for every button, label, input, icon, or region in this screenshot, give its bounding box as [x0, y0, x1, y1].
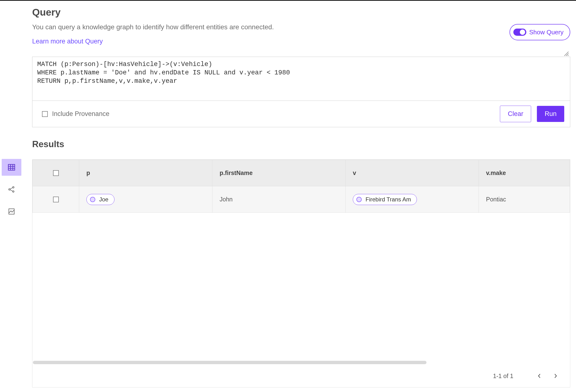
select-all-header [33, 160, 79, 186]
entity-chip-label: Joe [99, 196, 109, 203]
query-input[interactable] [32, 57, 570, 100]
page-title: Query [32, 7, 570, 18]
pagination-bar: 1-1 of 1 [32, 365, 570, 387]
include-provenance-checkbox[interactable] [42, 111, 48, 117]
row-select-cell [33, 186, 79, 213]
chevron-left-icon [537, 374, 542, 378]
toggle-switch-icon [513, 29, 526, 36]
query-panel: Include Provenance Clear Run [32, 57, 570, 127]
show-query-label: Show Query [529, 29, 564, 36]
row-select-checkbox[interactable] [53, 197, 59, 202]
include-provenance-label: Include Provenance [52, 110, 110, 118]
results-panel: p p.firstName v v.make Joe [32, 159, 570, 388]
svg-line-2 [568, 55, 569, 56]
column-header-make[interactable]: v.make [479, 160, 570, 186]
chart-view-tab[interactable] [2, 203, 21, 220]
pagination-next-button[interactable] [551, 371, 560, 381]
svg-line-11 [10, 188, 13, 189]
table-header-row: p p.firstName v v.make [33, 160, 570, 186]
query-action-bar: Include Provenance Clear Run [32, 101, 570, 127]
table-row: Joe John Firebird Trans Am Pontiac [33, 186, 570, 213]
entity-dot-icon [356, 197, 362, 202]
results-table: p p.firstName v v.make Joe [32, 160, 570, 213]
results-table-scroll[interactable]: p p.firstName v v.make Joe [32, 160, 570, 360]
show-query-toggle[interactable]: Show Query [510, 24, 570, 40]
horizontal-scroll-thumb[interactable] [33, 361, 427, 364]
entity-dot-icon [90, 197, 95, 202]
pagination-prev-button[interactable] [534, 371, 544, 381]
entity-chip-vehicle[interactable]: Firebird Trans Am [353, 194, 417, 205]
column-header-p[interactable]: p [79, 160, 212, 186]
horizontal-scrollbar[interactable] [32, 360, 570, 365]
graph-icon [8, 186, 15, 193]
table-view-tab[interactable] [2, 159, 21, 176]
resize-grip-icon[interactable] [564, 52, 569, 56]
entity-chip-label: Firebird Trans Am [366, 196, 411, 203]
results-title: Results [32, 139, 570, 149]
svg-rect-3 [8, 164, 15, 170]
page-subtitle: You can query a knowledge graph to ident… [32, 23, 570, 31]
column-header-v[interactable]: v [346, 160, 479, 186]
learn-more-link[interactable]: Learn more about Query [32, 38, 103, 45]
table-icon [8, 163, 15, 171]
cell-p: Joe [79, 186, 212, 213]
pagination-status: 1-1 of 1 [493, 373, 513, 380]
run-button[interactable]: Run [537, 106, 564, 122]
chevron-right-icon [553, 374, 558, 378]
window-top-border [0, 0, 576, 1]
clear-button[interactable]: Clear [500, 106, 531, 122]
cell-firstname: John [212, 186, 346, 213]
cell-make: Pontiac [479, 186, 570, 213]
image-icon [8, 208, 15, 215]
results-view-sidebar [0, 159, 23, 225]
cell-v: Firebird Trans Am [346, 186, 479, 213]
entity-chip-person[interactable]: Joe [86, 194, 115, 205]
column-header-firstname[interactable]: p.firstName [212, 160, 346, 186]
select-all-checkbox[interactable] [53, 170, 59, 176]
graph-view-tab[interactable] [2, 181, 21, 198]
svg-line-12 [10, 190, 13, 191]
